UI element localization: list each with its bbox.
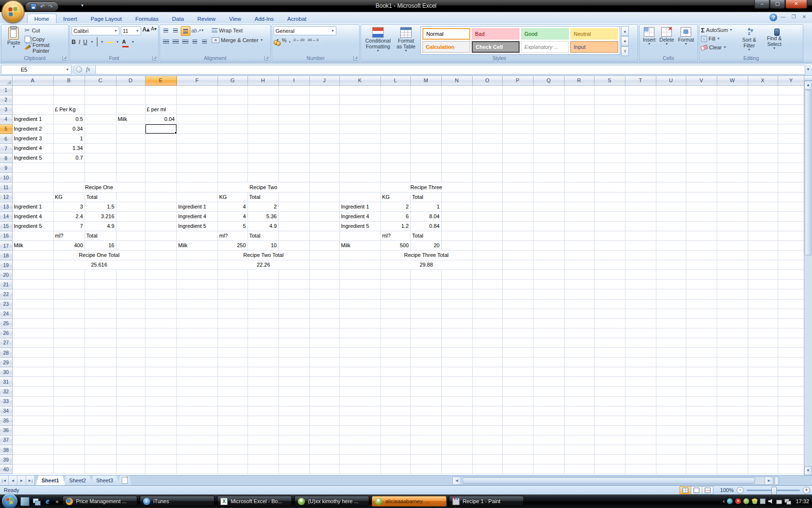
cell-D15[interactable] [116, 221, 145, 231]
cell-X31[interactable] [748, 377, 778, 387]
cell-M7[interactable] [410, 144, 441, 153]
horizontal-scroll-thumb[interactable] [463, 478, 755, 484]
cell-I27[interactable] [278, 338, 309, 347]
cell-F33[interactable] [176, 396, 218, 406]
cell-M21[interactable] [410, 280, 441, 289]
cell-H16[interactable]: Total [247, 231, 278, 240]
cell-I26[interactable] [278, 328, 309, 338]
borders-dropdown-icon[interactable]: ▼ [101, 41, 104, 44]
cell-Y22[interactable] [778, 289, 804, 299]
cell-V10[interactable] [686, 173, 717, 182]
cell-R29[interactable] [564, 358, 594, 367]
cell-M31[interactable] [410, 377, 441, 387]
column-header-J[interactable]: J [309, 76, 339, 85]
cell-B10[interactable] [53, 173, 85, 182]
cell-R28[interactable] [564, 348, 594, 358]
cell-V35[interactable] [686, 416, 717, 425]
cell-I9[interactable] [278, 163, 309, 173]
column-header-B[interactable]: B [53, 76, 85, 85]
cell-M40[interactable] [410, 464, 441, 474]
cell-J6[interactable] [309, 134, 339, 143]
cell-U29[interactable] [656, 358, 686, 367]
cell-V30[interactable] [686, 367, 717, 377]
cell-S21[interactable] [594, 280, 625, 289]
cell-C34[interactable] [85, 406, 116, 416]
cell-A22[interactable] [12, 289, 53, 299]
cell-B25[interactable] [53, 318, 85, 328]
paste-dropdown-icon[interactable]: ▼ [12, 45, 15, 48]
taskbar-button-paint[interactable]: Recipe 1 - Paint [449, 496, 524, 507]
cell-M25[interactable] [410, 318, 441, 328]
cell-M1[interactable] [410, 85, 441, 95]
cell-Y25[interactable] [778, 318, 804, 328]
fill-color-button[interactable] [107, 41, 113, 43]
cell-D20[interactable] [116, 270, 145, 280]
cell-V18[interactable] [686, 251, 717, 260]
cell-J35[interactable] [309, 416, 339, 425]
help-icon[interactable]: ? [769, 14, 777, 21]
page-break-view-button[interactable] [702, 486, 713, 494]
cell-O30[interactable] [472, 367, 502, 377]
cell-S29[interactable] [594, 358, 625, 367]
cell-F9[interactable] [176, 163, 218, 173]
cell-D17[interactable] [116, 241, 145, 251]
cell-B16[interactable]: ml? [53, 231, 85, 240]
cell-P25[interactable] [502, 318, 533, 328]
cell-V2[interactable] [686, 95, 717, 105]
cell-A33[interactable] [12, 396, 53, 406]
cell-V3[interactable] [686, 105, 717, 114]
cell-C12[interactable]: Total [85, 192, 116, 202]
cell-H37[interactable] [247, 435, 278, 445]
cell-K29[interactable] [339, 358, 380, 367]
cell-T13[interactable] [625, 202, 656, 211]
cell-G15[interactable]: 5 [218, 221, 247, 231]
cell-B8[interactable]: 0.7 [53, 153, 85, 163]
row-header-11[interactable]: 11 [0, 182, 12, 192]
cell-O28[interactable] [472, 348, 502, 358]
cell-B33[interactable] [53, 396, 85, 406]
cell-N5[interactable] [441, 124, 472, 134]
cell-O24[interactable] [472, 309, 502, 318]
cell-F39[interactable] [176, 455, 218, 464]
cell-W33[interactable] [717, 396, 748, 406]
cell-X34[interactable] [748, 406, 778, 416]
cell-P18[interactable] [502, 251, 533, 260]
cell-U2[interactable] [656, 95, 686, 105]
cell-X11[interactable] [748, 182, 778, 192]
cell-N2[interactable] [441, 95, 472, 105]
cell-H17[interactable]: 10 [247, 241, 278, 251]
cell-C26[interactable] [85, 328, 116, 338]
row-header-39[interactable]: 39 [0, 455, 12, 464]
cell-W35[interactable] [717, 416, 748, 425]
column-header-I[interactable]: I [278, 76, 309, 85]
cell-C4[interactable] [85, 114, 116, 124]
cell-D10[interactable] [116, 173, 145, 182]
cell-Y31[interactable] [778, 377, 804, 387]
cell-B38[interactable] [53, 445, 85, 454]
cell-H33[interactable] [247, 396, 278, 406]
cell-H31[interactable] [247, 377, 278, 387]
cell-H29[interactable] [247, 358, 278, 367]
cell-M22[interactable] [410, 289, 441, 299]
cell-P31[interactable] [502, 377, 533, 387]
cell-K27[interactable] [339, 338, 380, 347]
cell-Y1[interactable] [778, 85, 804, 95]
cell-J1[interactable] [309, 85, 339, 95]
cell-C23[interactable] [85, 299, 116, 309]
cell-R3[interactable] [564, 105, 594, 114]
cell-H7[interactable] [247, 144, 278, 153]
cell-L23[interactable] [380, 299, 410, 309]
cell-K9[interactable] [339, 163, 380, 173]
bottom-align-button[interactable] [181, 26, 190, 36]
cell-U8[interactable] [656, 153, 686, 163]
cell-A16[interactable] [12, 231, 53, 240]
cell-V22[interactable] [686, 289, 717, 299]
cell-H20[interactable] [247, 270, 278, 280]
cell-H22[interactable] [247, 289, 278, 299]
tab-page-layout[interactable]: Page Layout [84, 14, 129, 23]
cell-H27[interactable] [247, 338, 278, 347]
next-sheet-icon[interactable]: ► [17, 476, 26, 485]
cell-B28[interactable] [53, 348, 85, 358]
cell-J19[interactable] [309, 260, 339, 270]
cell-I17[interactable] [278, 241, 309, 251]
